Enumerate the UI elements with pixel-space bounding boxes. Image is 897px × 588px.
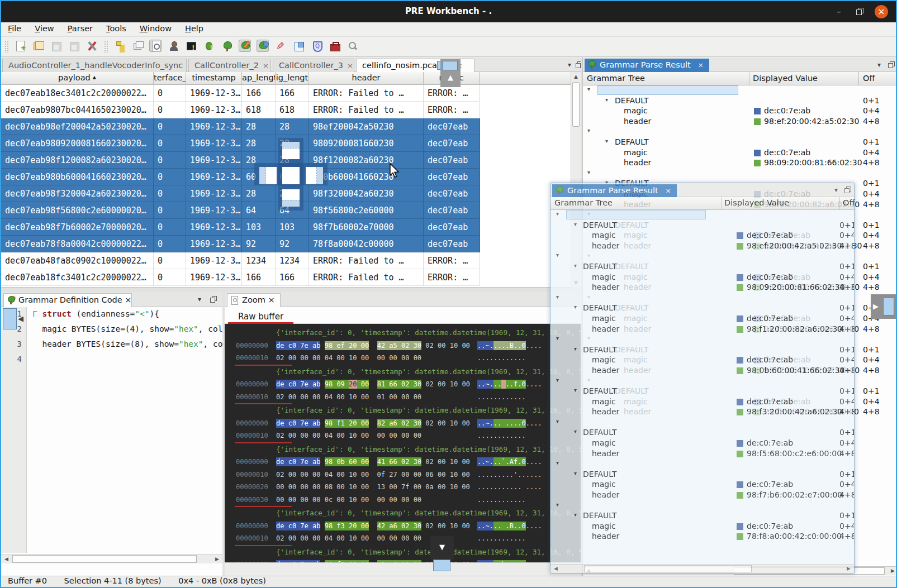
- close-tab-icon[interactable]: ×: [697, 61, 704, 69]
- tree-header-row[interactable]: header98:09:20:00:81:66:02:304+8: [583, 158, 897, 169]
- table-row[interactable]: dec07eab18fc3401c2c20000022…01969-12-3…1…: [1, 269, 480, 286]
- dock-target-right[interactable]: [306, 167, 323, 184]
- tree-default-row[interactable]: ▾DEFAULT0+1: [550, 262, 854, 273]
- table-row[interactable]: dec07eab980b600041660230020…01969-12-3…6…: [1, 169, 480, 185]
- tree-header-row[interactable]: header98:f7:b6:00:02:e7:00:004+8: [550, 490, 854, 501]
- tree-header-row[interactable]: header98:f1:20:00:82:a6:02:304+8: [550, 324, 854, 335]
- toolbar-grip[interactable]: [104, 41, 108, 53]
- tree-root-row[interactable]: ▾: [550, 334, 854, 345]
- tab-callcontroller-3[interactable]: CallController_3×: [273, 59, 354, 72]
- terminal-warning-icon[interactable]: [185, 40, 197, 52]
- code-h-scrollbar[interactable]: ◀ ▶: [1, 554, 222, 563]
- hex-line[interactable]: 0000001002 00 00 00 04 00 10 00 0f 27 00…: [225, 469, 581, 481]
- floating-grammar-parse-window[interactable]: Grammar Parse Result × ▾ Grammar Tree Di…: [550, 183, 855, 573]
- expander-icon[interactable]: ▾: [605, 97, 608, 103]
- floating-h-scrollbar[interactable]: ◀ ▶: [550, 564, 854, 573]
- expander-icon[interactable]: ▾: [556, 418, 559, 424]
- tools-icon[interactable]: [86, 40, 98, 52]
- table-row[interactable]: dec07eab98f56800c2e60000020…01969-12-3…6…: [1, 202, 480, 219]
- close-tab-icon[interactable]: ×: [125, 295, 131, 304]
- tree-default-row[interactable]: ▾DEFAULT0+1: [550, 345, 854, 356]
- menu-item-tools[interactable]: Tools: [99, 22, 133, 35]
- column-header-ig-lengt[interactable]: ig_lengt: [276, 72, 309, 85]
- hex-line[interactable]: 0000001002 00 00 00 04 00 10 00 00 00 00…: [225, 532, 581, 545]
- table-row[interactable]: dec07eab9809200081660230020…01969-12-3…2…: [1, 135, 480, 152]
- table-row[interactable]: dec07eab78f8a00042c00000022…01969-12-3…9…: [1, 236, 480, 252]
- tree-header-row[interactable]: header98:ef:20:00:42:a5:02:304+8: [583, 117, 897, 127]
- close-tab-icon[interactable]: ×: [263, 61, 269, 70]
- expander-icon[interactable]: ▾: [574, 346, 577, 352]
- panel-detach-button[interactable]: [210, 296, 216, 304]
- tree-magic-row[interactable]: magicde:c0:7e:ab0+4: [550, 314, 854, 324]
- expander-icon[interactable]: ▾: [556, 377, 559, 383]
- expander-icon[interactable]: ▾: [574, 304, 577, 310]
- close-tab-icon[interactable]: ×: [665, 187, 671, 195]
- table-row[interactable]: dec07eab18ec3401c2c20000022…01969-12-3…1…: [1, 85, 480, 102]
- tab-list-dropdown[interactable]: ▾: [568, 61, 571, 69]
- expander-icon[interactable]: ▾: [605, 138, 608, 144]
- tree-header-row[interactable]: header98:0b:60:00:41:66:02:304+8: [550, 366, 854, 376]
- horizontal-splitter[interactable]: [1, 288, 581, 292]
- tree-sync-icon[interactable]: [257, 40, 269, 52]
- hex-line[interactable]: 0000002000 00 00 00 08 00 10 00 13 00 7f…: [225, 481, 581, 494]
- tree-magic-row[interactable]: magicde:c0:7e:ab0+4: [583, 106, 897, 117]
- column-header-header[interactable]: header: [309, 72, 424, 85]
- new-file-icon[interactable]: [14, 40, 26, 52]
- tree-default-row[interactable]: ▾DEFAULT0+1: [550, 386, 854, 397]
- restore-button[interactable]: [853, 5, 867, 18]
- expander-icon[interactable]: ▾: [574, 262, 577, 269]
- tree-root-row[interactable]: ▾: [583, 169, 897, 179]
- menu-item-file[interactable]: File: [1, 22, 28, 35]
- table-row[interactable]: dec07eab48fa8c0902c10000022…01969-12-3…1…: [1, 252, 480, 269]
- tree-edit-icon[interactable]: [239, 40, 251, 52]
- expander-icon[interactable]: ▾: [574, 387, 577, 393]
- panel-dropdown[interactable]: ▾: [877, 61, 881, 69]
- scrollbar-thumb[interactable]: [12, 555, 197, 563]
- tree-header-row[interactable]: header98:f3:20:00:42:a6:02:304+8: [550, 407, 854, 418]
- column-header-payload[interactable]: payload▲: [1, 72, 154, 85]
- scroll-up-icon[interactable]: ▲: [572, 73, 580, 81]
- expander-icon[interactable]: ▾: [574, 470, 577, 476]
- tab-grammar-parse-result[interactable]: Grammar Parse Result ×: [585, 59, 709, 72]
- hex-line[interactable]: 00000000de c0 7e ab 98 f1 20 00 82 a6 02…: [225, 417, 581, 430]
- dock-target-bottom[interactable]: [282, 189, 300, 207]
- toolbox-icon[interactable]: [328, 40, 340, 52]
- expander-icon[interactable]: ▾: [574, 428, 577, 434]
- panel-dropdown[interactable]: ▾: [834, 186, 838, 194]
- tree-root-row[interactable]: ▾: [550, 459, 854, 470]
- hex-line[interactable]: 00000000de c0 7e ab 98 0b 60 00 41 66 02…: [225, 456, 581, 469]
- tree-magic-row[interactable]: magicde:c0:7e:ab0+4: [550, 397, 854, 408]
- expander-icon[interactable]: ▾: [574, 511, 577, 518]
- table-row[interactable]: dec07eab98ef200042a50230020…01969-12-3…2…: [1, 118, 480, 135]
- menu-item-help[interactable]: Help: [178, 22, 210, 35]
- expander-icon[interactable]: ▾: [556, 501, 559, 508]
- hex-line[interactable]: 0000001002 00 00 00 04 00 10 00 00 00 00…: [225, 429, 581, 442]
- scroll-left-icon[interactable]: ◀: [2, 555, 11, 563]
- expander-icon[interactable]: ▾: [587, 169, 590, 175]
- tree-magic-row[interactable]: magicde:c0:7e:ab0+4: [550, 522, 854, 532]
- tab-grammar-definition-code[interactable]: Grammar Definition Code ×: [3, 293, 132, 307]
- tree-magic-row[interactable]: magicde:c0:7e:ab0+4: [550, 355, 854, 366]
- tree-header-row[interactable]: header78:f8:a0:00:42:c0:00:004+8: [550, 532, 854, 542]
- tree-root-row[interactable]: ▾: [583, 85, 897, 96]
- tab-raw-buffer[interactable]: Raw buffer: [228, 309, 293, 324]
- tree-root-row[interactable]: ▾: [550, 418, 854, 428]
- panel-detach-button[interactable]: [888, 61, 894, 69]
- scrollbar-thumb[interactable]: [572, 82, 580, 127]
- tree-default-row[interactable]: ▾DEFAULT0+1: [550, 221, 854, 231]
- hex-line[interactable]: 00000000de c0 7e ab 98 ef 20 00 42 a5 02…: [225, 340, 581, 352]
- panel-detach-button[interactable]: [844, 187, 851, 194]
- preview-icon[interactable]: [149, 40, 162, 52]
- hex-line[interactable]: 00000000de c0 7e ab 98 f5 68 00 c2 e6 00…: [225, 558, 581, 562]
- tree-default-row[interactable]: ▾DEFAULT0+1: [550, 511, 854, 522]
- tree-header-row[interactable]: header98:f5:68:00:c2:e6:00:004+8: [550, 449, 854, 460]
- column-header-terface-[interactable]: terface_: [154, 72, 186, 85]
- agent-icon[interactable]: [167, 40, 179, 52]
- shield-search-icon[interactable]: [310, 40, 322, 52]
- open-icon[interactable]: [32, 40, 44, 52]
- close-tab-icon[interactable]: ×: [268, 295, 274, 304]
- hex-line[interactable]: 0000003000 00 00 00 0c 00 10 00 00 00 00…: [225, 494, 581, 506]
- tree-root-row[interactable]: ▾: [550, 293, 854, 304]
- dock-target-left[interactable]: [259, 167, 277, 184]
- scroll-left-icon[interactable]: ◀: [552, 565, 560, 573]
